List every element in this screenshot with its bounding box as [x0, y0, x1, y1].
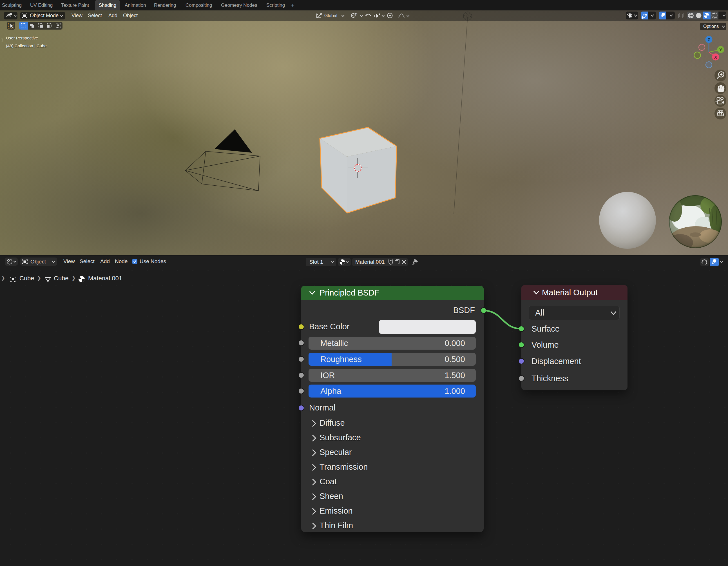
svg-text:Z: Z [707, 37, 710, 42]
svg-text:Y: Y [719, 47, 722, 52]
svg-text:X: X [714, 55, 717, 59]
